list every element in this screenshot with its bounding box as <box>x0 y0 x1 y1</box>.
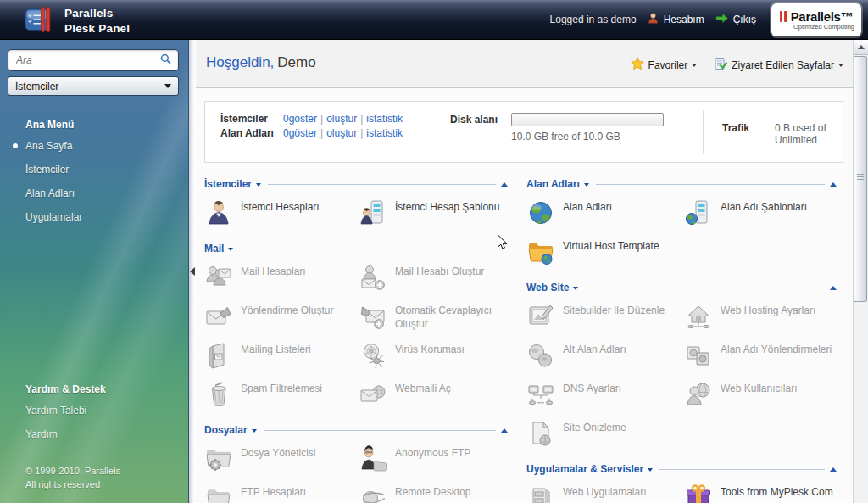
link-separator: | <box>317 127 326 139</box>
section-items: Mail Hesapları <box>204 254 508 412</box>
item-label: Spam Filtrelemesi <box>241 380 322 412</box>
domains-show-link[interactable]: göster <box>289 127 317 139</box>
item-label: Tools from MyPlesk.Com <box>721 483 833 503</box>
item-label: İstemci Hesapları <box>241 198 320 231</box>
context-selector[interactable]: İstemciler <box>8 76 179 96</box>
search-input[interactable] <box>14 53 159 67</box>
visited-pages-button[interactable]: Ziyaret Edilen Sayfalar <box>714 57 843 73</box>
collapse-caret-icon[interactable] <box>830 286 837 290</box>
sidebar-item-label: Yardım <box>25 428 58 440</box>
sidebar-item-help-request[interactable]: Yardım Talebi <box>0 399 188 422</box>
traffic-column: Trafik 0 B used of Unlimited <box>704 102 843 162</box>
section-items: Dosya Yöneticisi <box>204 436 508 503</box>
item-myplesk-tools[interactable]: Tools from MyPlesk.Com <box>684 483 837 503</box>
top-bar: Parallels Plesk Panel Logged in as demo … <box>0 0 868 40</box>
plesk-panel-window: Parallels Plesk Panel Logged in as demo … <box>0 0 868 503</box>
scrollbar-up-button[interactable] <box>854 40 868 55</box>
domains-stat-label: Alan Adları <box>220 127 283 139</box>
sidebar-item-home[interactable]: Ana Sayfa <box>0 134 188 158</box>
disk-usage: 10.0 GB free of 10.0 GB <box>511 113 665 162</box>
item-mailing-lists: Mailing Listeleri <box>204 341 353 373</box>
section-files-header[interactable]: Dosyalar <box>204 424 508 436</box>
chevron-down-icon <box>648 468 653 472</box>
item-label: Web Kullanıcıları <box>721 380 798 412</box>
sidebar-item-help[interactable]: Yardım <box>0 422 188 446</box>
section-clients: İstemciler <box>204 178 508 231</box>
item-sitebuilder: Sitebuilder Ile Düzenle <box>526 302 679 334</box>
disk-space-column: Disk alanı 10.0 GB free of 10.0 GB <box>431 102 703 162</box>
sidebar-item-label: Alan Adları <box>25 187 75 199</box>
page-title: Hoşgeldin,Demo <box>206 54 316 71</box>
section-website: Web Site <box>526 282 837 451</box>
section-rule <box>585 288 825 288</box>
sidebar-collapse-arrow[interactable] <box>190 267 195 276</box>
item-label: Remote Desktop <box>395 483 470 503</box>
item-label: Virüs Koruması <box>395 341 465 373</box>
section-rule <box>659 469 825 470</box>
sidebar: İstemciler Ana Menü Ana Sayfa İstemciler… <box>0 40 188 503</box>
logout-button[interactable]: Çıkış <box>715 13 756 26</box>
section-columns: İstemciler <box>204 178 845 503</box>
item-site-preview: Site Önizleme <box>526 419 679 451</box>
site-preview-icon <box>526 419 555 448</box>
copyright-line1: © 1999-2010, Parallels <box>25 465 120 478</box>
copyright: © 1999-2010, Parallels All rights reserv… <box>25 465 120 492</box>
item-mail-redirect: Yönlendirme Oluştur <box>204 302 353 334</box>
section-website-header[interactable]: Web Site <box>526 282 837 293</box>
scrollbar-grip <box>854 174 866 180</box>
item-domain-templates[interactable]: Alan Adı Şablonları <box>684 198 837 231</box>
item-ftp-accounts: FTP Hesapları <box>204 483 353 503</box>
item-label: Sitebuilder Ile Düzenle <box>563 302 665 334</box>
sidebar-menu-title: Ana Menü <box>25 119 188 131</box>
help-title: Yardım & Destek <box>25 383 188 395</box>
domains-statistics-link[interactable]: istatistik <box>366 127 403 139</box>
help-block: Yardım & Destek Yardım Talebi Yardım <box>0 383 188 446</box>
chevron-down-icon <box>252 429 257 433</box>
summary-stats-box: İstemciler 0göster|oluştur|istatistik Al… <box>204 101 843 163</box>
item-client-accounts[interactable]: İstemci Hesapları <box>204 198 353 231</box>
domains-stat-links: 0göster|oluştur|istatistik <box>283 127 403 139</box>
collapse-caret-icon[interactable] <box>830 467 837 472</box>
section-apps-services-header[interactable]: Uygulamalar & Servisler <box>526 463 837 475</box>
item-vhost-template[interactable]: Virtual Host Template <box>526 238 679 270</box>
item-label: Alan Adı Şablonları <box>721 198 807 231</box>
item-domains[interactable]: Alan Adları <box>526 198 679 231</box>
section-clients-header[interactable]: İstemciler <box>204 178 508 190</box>
top-bar-right: Logged in as demo Hesabım Çıkış <box>550 0 861 39</box>
favorites-button[interactable]: Favoriler <box>631 57 698 73</box>
sidebar-item-clients[interactable]: İstemciler <box>0 158 188 182</box>
item-label: Alt Alan Adları <box>563 341 626 373</box>
link-separator: | <box>357 127 366 139</box>
chevron-down-icon <box>692 64 697 67</box>
item-file-manager: Dosya Yöneticisi <box>204 444 353 477</box>
section-mail-header[interactable]: Mail <box>204 243 508 254</box>
vertical-scrollbar[interactable] <box>853 40 868 503</box>
clients-statistics-link[interactable]: istatistik <box>366 113 403 125</box>
account-button[interactable]: Hesabım <box>647 12 704 27</box>
search-icon[interactable] <box>159 53 172 69</box>
scrollbar-thumb[interactable] <box>854 56 867 302</box>
sidebar-item-applications[interactable]: Uygulamalar <box>0 205 188 229</box>
star-icon <box>631 57 644 73</box>
collapse-caret-icon[interactable] <box>501 182 508 187</box>
collapse-caret-icon[interactable] <box>830 182 837 187</box>
section-domains-header[interactable]: Alan Adları <box>526 178 837 190</box>
visited-pages-label: Ziyaret Edilen Sayfalar <box>732 59 834 71</box>
item-mail-accounts: Mail Hesapları <box>204 263 353 295</box>
clients-create-link[interactable]: oluştur <box>326 113 357 125</box>
item-label: Web Hosting Ayarları <box>721 302 815 334</box>
item-mail-create: Mail Hesabı Oluştur <box>359 263 508 295</box>
webmail-icon <box>359 380 387 409</box>
item-client-template[interactable]: İstemci Hesap Şablonu <box>359 198 508 231</box>
web-applications-icon <box>526 483 555 503</box>
clients-show-link[interactable]: göster <box>289 113 317 125</box>
stats-counts-column: İstemciler 0göster|oluştur|istatistik Al… <box>205 102 431 162</box>
visited-pages-icon <box>714 57 727 73</box>
domains-create-link[interactable]: oluştur <box>326 127 357 139</box>
main-body: İstemciler 0göster|oluştur|istatistik Al… <box>196 88 854 503</box>
section-title: Uygulamalar & Servisler <box>526 463 643 475</box>
section-title: Dosyalar <box>204 424 248 436</box>
file-manager-icon <box>204 444 233 473</box>
sidebar-item-domains[interactable]: Alan Adları <box>0 182 188 205</box>
collapse-caret-icon[interactable] <box>501 428 508 433</box>
